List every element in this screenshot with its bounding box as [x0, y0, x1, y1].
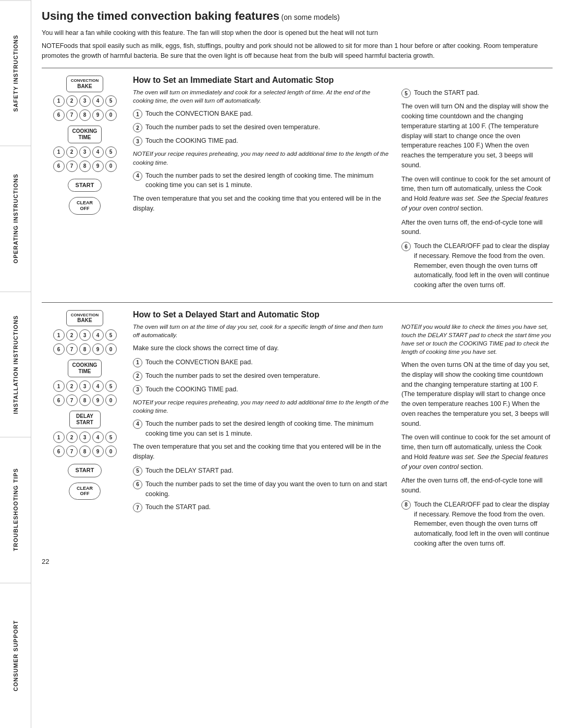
section1-left-steps: The oven will turn on immediately and co… [133, 88, 396, 294]
section2-right-para1: When the oven turns ON at the time of da… [401, 360, 553, 428]
num-8b[interactable]: 8 [79, 161, 91, 172]
step2-text-7: Touch the START pad. [145, 502, 391, 512]
num-1d[interactable]: 1 [53, 380, 65, 392]
step2-num-2: 2 [133, 372, 142, 381]
num-3e[interactable]: 3 [79, 431, 91, 443]
num-3b[interactable]: 3 [79, 146, 91, 158]
num-0d[interactable]: 0 [105, 394, 117, 406]
num-row-2a: 1 2 3 4 5 [53, 146, 117, 158]
num-2c[interactable]: 2 [66, 329, 78, 341]
cooking-time-button-2[interactable]: COOKING TIME [68, 360, 102, 377]
step-1-6: 6 Touch the CLEAR/OFF pad to clear the d… [401, 241, 553, 290]
num-0b[interactable]: 0 [105, 161, 117, 172]
num-3[interactable]: 3 [79, 95, 91, 107]
section2-right-para2: The oven will continue to cook for the s… [401, 433, 553, 472]
num-6d[interactable]: 6 [53, 394, 65, 406]
step-text-3: Touch the COOKING TIME pad. [145, 136, 391, 146]
sidebar-item-consumer[interactable]: Consumer Support [0, 583, 31, 728]
step-1-2: 2 Touch the number pads to set the desir… [133, 122, 391, 132]
num-1c[interactable]: 1 [53, 329, 65, 341]
num-2d[interactable]: 2 [66, 380, 78, 392]
num-3d[interactable]: 3 [79, 380, 91, 392]
num-6e[interactable]: 6 [53, 446, 65, 457]
num-6c[interactable]: 6 [53, 343, 65, 355]
start-button-1[interactable]: START [68, 179, 102, 192]
step2-text-4: Touch the number pads to set the desired… [145, 419, 391, 439]
clear-off-button-1[interactable]: CLEAR OFF [69, 197, 101, 215]
num-5e[interactable]: 5 [105, 431, 117, 443]
num-8c[interactable]: 8 [79, 343, 91, 355]
start-button-2[interactable]: START [68, 464, 102, 477]
step-2-1: 1 Touch the CONVECTION BAKE pad. [133, 357, 391, 367]
num-1e[interactable]: 1 [53, 431, 65, 443]
num-7c[interactable]: 7 [66, 343, 78, 355]
num-4c[interactable]: 4 [92, 329, 104, 341]
sidebar-item-operating[interactable]: Operating Instructions [0, 145, 31, 291]
num-7b[interactable]: 7 [66, 161, 78, 172]
keypad-diagram-1: CONVECTION BAKE 1 2 3 4 5 6 7 8 9 0 COOK… [42, 76, 133, 294]
convection-bake-button-1[interactable]: CONVECTION BAKE [66, 76, 103, 92]
section2-note-step3: NOTEIf your recipe requires preheating, … [133, 398, 391, 415]
step2-text-8: Touch the CLEAR/OFF pad to clear the dis… [414, 500, 553, 549]
num-4[interactable]: 4 [92, 95, 104, 107]
step-2-3: 3 Touch the COOKING TIME pad. [133, 385, 391, 394]
num-7[interactable]: 7 [66, 109, 78, 121]
num-8e[interactable]: 8 [79, 446, 91, 457]
section2-step4-para: The oven temperature that you set and th… [133, 442, 391, 462]
num-3c[interactable]: 3 [79, 329, 91, 341]
sidebar-item-safety[interactable]: Safety Instructions [0, 0, 31, 145]
section2-step-intro: Make sure the clock shows the correct ti… [133, 343, 391, 353]
step-1-5: 5 Touch the START pad. [401, 88, 553, 98]
step-2-7: 7 Touch the START pad. [133, 502, 391, 512]
cooking-time-button-1[interactable]: COOKING TIME [68, 126, 102, 143]
num-5b[interactable]: 5 [105, 146, 117, 158]
num-9d[interactable]: 9 [92, 394, 104, 406]
sidebar-item-installation[interactable]: Installation Instructions [0, 291, 31, 437]
num-6[interactable]: 6 [53, 109, 65, 121]
delay-start-button[interactable]: DELAY START [69, 411, 101, 428]
num-9[interactable]: 9 [92, 109, 104, 121]
num-5d[interactable]: 5 [105, 380, 117, 392]
num-2[interactable]: 2 [66, 95, 78, 107]
main-content: Using the timed convection baking featur… [31, 0, 563, 576]
num-9e[interactable]: 9 [92, 446, 104, 457]
num-7d[interactable]: 7 [66, 394, 78, 406]
num-4e[interactable]: 4 [92, 431, 104, 443]
num-0e[interactable]: 0 [105, 446, 117, 457]
num-6b[interactable]: 6 [53, 161, 65, 172]
section1-title: How to Set an Immediate Start and Automa… [133, 76, 553, 85]
num-row-1a: 1 2 3 4 5 [53, 95, 117, 107]
step-2-8: 8 Touch the CLEAR/OFF pad to clear the d… [401, 500, 553, 549]
num-8d[interactable]: 8 [79, 394, 91, 406]
num-4b[interactable]: 4 [92, 146, 104, 158]
step-1-3: 3 Touch the COOKING TIME pad. [133, 136, 391, 146]
num-2b[interactable]: 2 [66, 146, 78, 158]
section1-right-para3: After the oven turns off, the end-of-cyc… [401, 218, 553, 238]
step2-text-6: Touch the number pads to set the time of… [145, 479, 391, 499]
section1-right-para1: The oven will turn ON and the display wi… [401, 102, 553, 170]
num-9c[interactable]: 9 [92, 343, 104, 355]
num-8[interactable]: 8 [79, 109, 91, 121]
num-0c[interactable]: 0 [105, 343, 117, 355]
num-2e[interactable]: 2 [66, 431, 78, 443]
convection-bake-button-2[interactable]: CONVECTION BAKE [66, 310, 103, 327]
num-1[interactable]: 1 [53, 95, 65, 107]
num-row-5b: 6 7 8 9 0 [53, 446, 117, 457]
section2-right-para3: After the oven turns off, the end-of-cyc… [401, 476, 553, 496]
clear-off-button-2[interactable]: CLEAR OFF [69, 483, 101, 500]
num-7e[interactable]: 7 [66, 446, 78, 457]
step2-text-5: Touch the DELAY START pad. [145, 466, 391, 476]
num-5c[interactable]: 5 [105, 329, 117, 341]
num-1b[interactable]: 1 [53, 146, 65, 158]
num-row-3a: 1 2 3 4 5 [53, 329, 117, 341]
num-4d[interactable]: 4 [92, 380, 104, 392]
num-5[interactable]: 5 [105, 95, 117, 107]
step-num-1: 1 [133, 109, 142, 119]
step2-num-8: 8 [401, 500, 411, 510]
step2-num-5: 5 [133, 466, 142, 476]
sidebar-item-troubleshooting[interactable]: Troubleshooting Tips [0, 437, 31, 582]
num-9b[interactable]: 9 [92, 161, 104, 172]
num-0[interactable]: 0 [105, 109, 117, 121]
num-row-4a: 1 2 3 4 5 [53, 380, 117, 392]
step-num-4: 4 [133, 171, 142, 181]
